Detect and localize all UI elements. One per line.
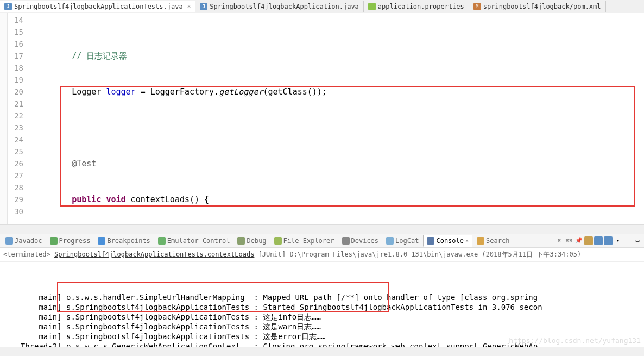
tab-label: springbootslf4jlogback/pom.xml xyxy=(483,3,601,10)
console-output[interactable]: main] o.s.w.s.handler.SimpleUrlHandlerMa… xyxy=(0,262,644,347)
tab-label: application.properties xyxy=(378,3,464,10)
file-explorer-icon xyxy=(274,237,282,245)
annotation-ruler xyxy=(0,13,8,224)
tab-label: Springbootslf4jlogbackApplication.java xyxy=(210,3,359,10)
view-tab-label: Search xyxy=(486,237,509,245)
tab-properties[interactable]: application.properties xyxy=(364,1,469,12)
view-tab-progress[interactable]: Progress xyxy=(47,235,94,246)
code-area[interactable]: // 日志记录器 Logger logger = LoggerFactory.g… xyxy=(27,13,644,224)
console-toolbar: ✖ ✖✖ 📌 ▾ — ▭ xyxy=(555,236,642,245)
editor-horizontal-scrollbar[interactable] xyxy=(0,224,644,234)
javadoc-icon xyxy=(5,237,13,245)
console-line: main] s.Springbootslf4jlogbackApplicatio… xyxy=(2,312,642,322)
view-tab-label: Console xyxy=(436,237,464,245)
view-tab-label: Javadoc xyxy=(15,237,42,245)
remove-launch-icon[interactable]: ✖ xyxy=(555,236,564,245)
view-tab-logcat[interactable]: LogCat xyxy=(383,235,422,246)
console-horizontal-scrollbar[interactable] xyxy=(0,347,644,356)
tab-pom[interactable]: M springbootslf4jlogback/pom.xml xyxy=(469,1,606,12)
breakpoints-icon xyxy=(98,237,105,245)
view-tab-search[interactable]: Search xyxy=(473,235,513,246)
annotation-box-console xyxy=(57,282,389,312)
editor: 1415161718192021222324252627282930 // 日志… xyxy=(0,13,644,224)
view-tab-devices[interactable]: Devices xyxy=(339,235,382,246)
view-tab-breakpoints[interactable]: Breakpoints xyxy=(94,235,153,246)
emulator-control-icon xyxy=(158,237,166,245)
view-tab-label: Breakpoints xyxy=(107,237,150,245)
view-tab-javadoc[interactable]: Javadoc xyxy=(2,235,46,246)
annotation-box-code xyxy=(60,86,635,207)
tab-label: Springbootslf4jlogbackApplicationTests.j… xyxy=(14,3,183,10)
line-gutter: 1415161718192021222324252627282930 xyxy=(8,13,27,224)
tab-app-java[interactable]: J Springbootslf4jlogbackApplication.java xyxy=(195,1,364,12)
progress-icon xyxy=(50,237,58,245)
editor-tabs: J Springbootslf4jlogbackApplicationTests… xyxy=(0,0,644,13)
search-icon xyxy=(477,237,484,245)
view-tab-label: File Explorer xyxy=(283,237,334,245)
devices-icon xyxy=(342,237,350,245)
view-tab-label: Emulator Control xyxy=(167,237,230,245)
view-tab-emulator-control[interactable]: Emulator Control xyxy=(155,235,233,246)
maven-file-icon: M xyxy=(473,3,481,10)
pin-icon[interactable] xyxy=(604,236,613,245)
debug-icon xyxy=(237,237,245,245)
view-tab-label: Progress xyxy=(59,237,91,245)
pin-console-icon[interactable]: 📌 xyxy=(574,236,583,245)
java-file-icon: J xyxy=(4,3,12,10)
scroll-lock-icon[interactable] xyxy=(594,236,603,245)
view-tab-debug[interactable]: Debug xyxy=(234,235,269,246)
logcat-icon xyxy=(386,237,394,245)
console-icon xyxy=(427,237,434,245)
java-file-icon: J xyxy=(200,3,207,10)
console-launch-info: <terminated> Springbootslf4jlogbackAppli… xyxy=(0,248,644,262)
console-line: main] s.Springbootslf4jlogbackApplicatio… xyxy=(2,322,642,332)
minimize-icon[interactable]: — xyxy=(623,236,632,245)
remove-all-icon[interactable]: ✖✖ xyxy=(565,236,573,245)
open-console-icon[interactable]: ▾ xyxy=(614,236,622,245)
properties-file-icon xyxy=(368,3,376,10)
comment: // 日志记录器 xyxy=(72,51,127,61)
view-tab-label: Devices xyxy=(351,237,379,245)
close-icon[interactable]: ✕ xyxy=(187,3,191,10)
close-icon[interactable]: ✕ xyxy=(465,238,469,243)
bottom-panel: JavadocProgressBreakpointsEmulator Contr… xyxy=(0,234,644,356)
view-tab-label: Debug xyxy=(247,237,266,245)
view-tab-file-explorer[interactable]: File Explorer xyxy=(271,235,338,246)
watermark: https://blog.csdn.net/yufang131 xyxy=(509,336,641,346)
maximize-icon[interactable]: ▭ xyxy=(633,236,642,245)
view-tab-label: LogCat xyxy=(395,237,419,245)
tab-tests-java[interactable]: J Springbootslf4jlogbackApplicationTests… xyxy=(0,1,195,12)
view-tabs: JavadocProgressBreakpointsEmulator Contr… xyxy=(0,234,644,248)
display-selected-icon[interactable] xyxy=(584,236,593,245)
view-tab-console[interactable]: Console ✕ xyxy=(423,235,472,247)
